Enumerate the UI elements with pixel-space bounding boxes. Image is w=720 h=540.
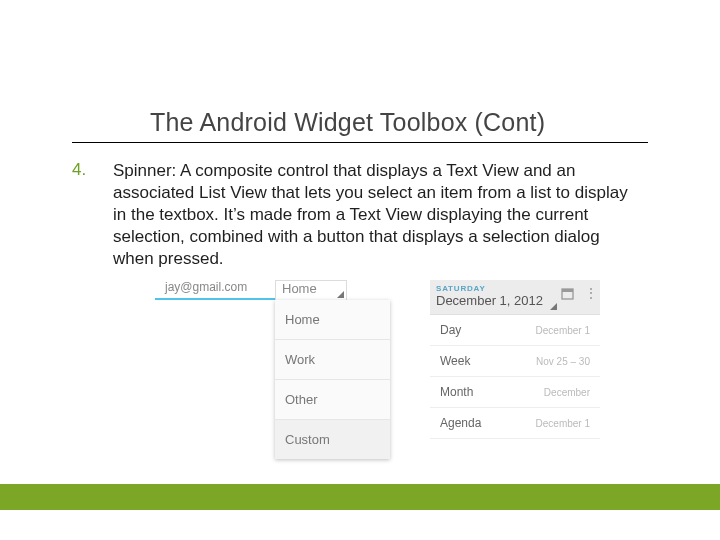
calendar-view-label: Week [440,354,470,368]
today-icon[interactable] [561,287,574,300]
calendar-header[interactable]: SATURDAY December 1, 2012 ⋮ [430,280,600,315]
calendar-view-label: Month [440,385,473,399]
calendar-view-option[interactable]: Week Nov 25 – 30 [430,346,600,377]
calendar-panel: SATURDAY December 1, 2012 ⋮ Day December… [430,280,600,439]
spinner-option[interactable]: Work [275,340,390,380]
spinner-selected-label: Home [282,281,317,296]
svg-rect-1 [562,289,573,292]
footer-bar [0,484,720,510]
spinner-dropdown: Home Work Other Custom [275,300,390,459]
spinner-selected[interactable]: Home [275,280,347,301]
spinner-option[interactable]: Home [275,300,390,340]
calendar-view-option[interactable]: Agenda December 1 [430,408,600,439]
body-text: Spinner: A composite control that displa… [113,160,640,270]
calendar-actions: ⋮ [561,286,596,300]
title-underline [72,142,648,143]
calendar-view-value: December [544,387,590,398]
spinner-option[interactable]: Custom [275,420,390,459]
slide: The Android Widget Toolbox (Cont) 4. Spi… [0,0,720,540]
calendar-view-label: Day [440,323,461,337]
spinner-figure: jay@gmail.com Home Home Work Other Custo… [155,280,605,480]
calendar-view-list: Day December 1 Week Nov 25 – 30 Month De… [430,315,600,439]
overflow-menu-icon[interactable]: ⋮ [584,286,596,300]
slide-title: The Android Widget Toolbox (Cont) [150,108,545,137]
calendar-view-value: Nov 25 – 30 [536,356,590,367]
calendar-view-value: December 1 [536,325,590,336]
calendar-view-label: Agenda [440,416,481,430]
spinner-option[interactable]: Other [275,380,390,420]
calendar-view-option[interactable]: Month December [430,377,600,408]
dropdown-triangle-icon [550,303,557,310]
calendar-view-option[interactable]: Day December 1 [430,315,600,346]
calendar-view-value: December 1 [536,418,590,429]
list-number: 4. [72,160,86,180]
dropdown-triangle-icon [337,291,344,298]
email-field[interactable]: jay@gmail.com [155,280,280,300]
